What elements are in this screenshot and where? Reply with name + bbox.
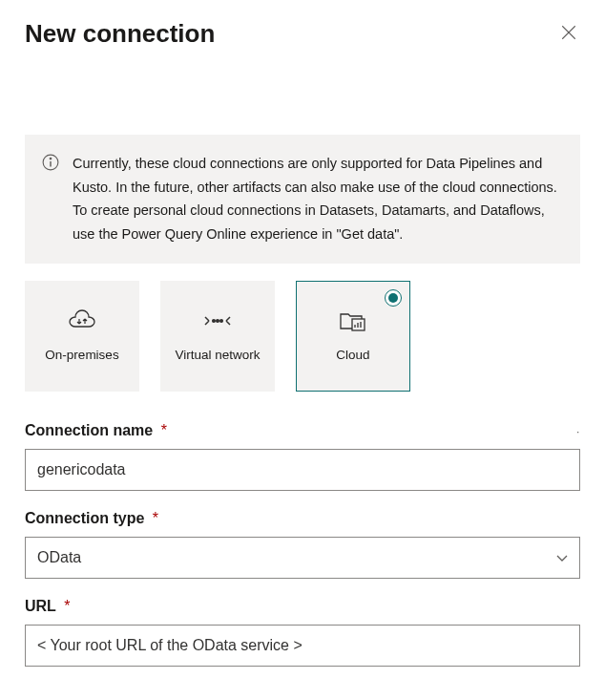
url-field-group: URL * <box>25 598 580 667</box>
connection-type-label: Cloud <box>328 347 377 365</box>
connection-type-label: Virtual network <box>167 347 267 365</box>
required-marker: * <box>161 422 167 438</box>
network-icon <box>201 307 234 335</box>
close-icon <box>560 24 577 45</box>
url-input[interactable] <box>25 625 580 667</box>
radio-selected-icon <box>385 289 402 307</box>
connection-type-cloud[interactable]: Cloud <box>296 281 410 392</box>
dialog-title: New connection <box>25 19 215 49</box>
connection-type-onpremises[interactable]: On-premises <box>25 281 139 392</box>
cloud-sync-icon <box>66 307 98 335</box>
connection-type-selector: On-premises Virtual network Cloud <box>25 281 580 392</box>
connection-type-label: On-premises <box>37 347 126 365</box>
connection-name-input[interactable] <box>25 449 580 491</box>
connection-name-field-group: Connection name * · <box>25 422 580 491</box>
connection-type-virtual-network[interactable]: Virtual network <box>160 281 275 392</box>
connection-type-field-group: Connection type * OData <box>25 510 580 579</box>
folder-chart-icon <box>337 307 369 335</box>
info-text: Currently, these cloud connections are o… <box>73 152 559 246</box>
info-banner: Currently, these cloud connections are o… <box>25 135 580 264</box>
url-label: URL <box>25 598 56 614</box>
svg-point-6 <box>217 320 219 323</box>
svg-point-4 <box>50 158 52 159</box>
required-marker: * <box>153 510 158 526</box>
info-icon <box>42 154 59 171</box>
connection-type-select[interactable]: OData <box>25 537 580 579</box>
dialog-header: New connection <box>25 19 580 49</box>
connection-type-label: Connection type <box>25 510 144 526</box>
svg-point-5 <box>213 320 216 323</box>
close-button[interactable] <box>557 23 580 46</box>
connection-name-label: Connection name <box>25 422 153 438</box>
connection-type-select-value: OData <box>25 537 580 579</box>
field-hint-dot: · <box>576 425 580 429</box>
required-marker: * <box>64 598 70 614</box>
svg-point-7 <box>220 320 223 323</box>
